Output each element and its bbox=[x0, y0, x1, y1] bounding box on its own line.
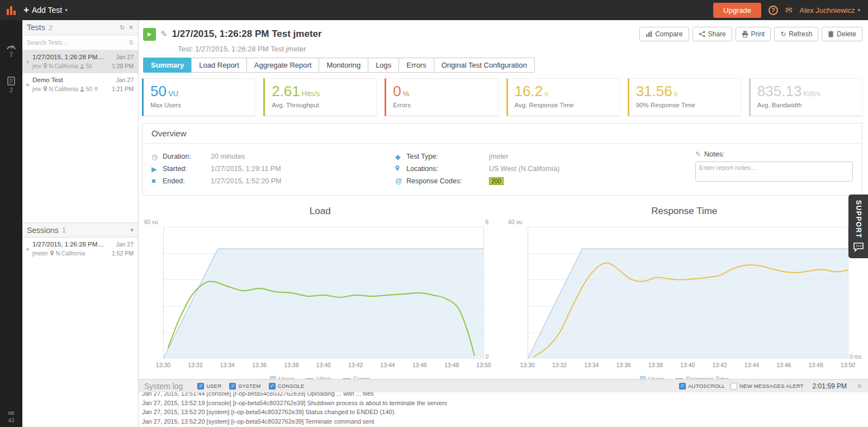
x-tick-label: 13:48 bbox=[809, 362, 823, 368]
kpi-unit: s bbox=[674, 89, 678, 98]
chart-title: Response Time bbox=[506, 199, 863, 217]
session-location: N.California bbox=[56, 250, 85, 257]
session-list-item[interactable]: 1/27/2015, 1:26:28 PM Te... Jan 27 jmete… bbox=[22, 238, 138, 260]
new-messages-alert-checkbox[interactable]: NEW MESSAGES ALERT bbox=[731, 383, 803, 390]
clock-icon: ◷ bbox=[151, 150, 163, 163]
kpi-value: 50 bbox=[150, 83, 167, 99]
tests-search-row: ⇅ bbox=[22, 35, 138, 50]
system-log-title: System log bbox=[144, 382, 183, 391]
sessions-panel-header: Sessions 1 ▾ bbox=[22, 222, 138, 238]
kpi-label: Max Users bbox=[150, 102, 248, 108]
kpi-value: 835.13 bbox=[757, 83, 802, 99]
tab-errors[interactable]: Errors bbox=[399, 58, 434, 73]
test-date: Jan 27 bbox=[116, 54, 134, 60]
search-input[interactable] bbox=[27, 39, 129, 46]
page-title: 1/27/2015, 1:26:28 PM Test jmeter bbox=[172, 29, 322, 40]
filter-user-checkbox[interactable]: USER bbox=[197, 383, 221, 390]
session-time: 1:52 PM bbox=[112, 250, 134, 257]
x-tick-label: 13:36 bbox=[616, 362, 630, 368]
load-chart: Load 60 vu 6 0 13:3013:3213:3413:3613:38… bbox=[142, 199, 499, 385]
user-menu[interactable]: Alex Juchniewicz ▾ bbox=[799, 6, 860, 15]
checkbox-box bbox=[269, 383, 276, 390]
kpi-value: 16.2 bbox=[515, 83, 543, 99]
compare-button[interactable]: Compare bbox=[639, 27, 689, 41]
session-date: Jan 27 bbox=[116, 241, 134, 248]
upgrade-button[interactable]: Upgrade bbox=[713, 3, 761, 18]
kpi-90-response-time: 31.56s 90% Response Time bbox=[628, 78, 741, 116]
test-list-item[interactable]: Demo Test Jan 27 jmx N.California 50 ⚙ 1… bbox=[22, 73, 138, 96]
edit-icon[interactable]: ✎ bbox=[160, 29, 168, 39]
add-test-button[interactable]: + Add Test ▾ bbox=[23, 4, 68, 16]
tests-count-badge: 2 bbox=[10, 51, 13, 58]
x-tick-label: 13:32 bbox=[188, 362, 202, 368]
test-location: N.California bbox=[49, 63, 78, 69]
share-label: Share bbox=[708, 30, 726, 38]
test-type-value: jmeter bbox=[489, 150, 694, 163]
x-tick-label: 13:36 bbox=[252, 362, 267, 368]
filter-console-checkbox[interactable]: CONSOLE bbox=[269, 383, 305, 390]
tab-monitoring[interactable]: Monitoring bbox=[319, 58, 368, 73]
print-label: Print bbox=[751, 30, 765, 38]
support-tab[interactable]: SUPPORT bbox=[848, 194, 868, 258]
help-icon[interactable]: ? bbox=[769, 6, 778, 15]
x-tick-label: 13:48 bbox=[444, 362, 459, 368]
kpi-label: 90% Response Time bbox=[636, 102, 734, 108]
chart-plot bbox=[528, 227, 848, 359]
kpi-unit: Hits/s bbox=[302, 89, 320, 98]
response-time-chart: Response Time 60 vu 30000 ms 0 ms 13:301… bbox=[506, 199, 863, 385]
kpi-label: Errors bbox=[393, 102, 491, 108]
test-time: 1:21 PM bbox=[112, 86, 134, 92]
x-tick-label: 13:44 bbox=[744, 362, 759, 368]
filter-system-checkbox[interactable]: SYSTEM bbox=[229, 383, 260, 390]
x-axis-ticks: 13:3013:3213:3413:3613:3813:4013:4213:44… bbox=[163, 362, 484, 369]
delete-button[interactable]: Delete bbox=[822, 27, 862, 41]
share-button[interactable]: Share bbox=[692, 27, 732, 41]
topbar: + Add Test ▾ Upgrade ? ✉ Alex Juchniewic… bbox=[0, 0, 868, 20]
kpi-label: Avg. Response Time bbox=[515, 102, 613, 108]
kpi-max-users: 50VU Max Users bbox=[142, 78, 255, 116]
ended-value: 1/27/2015, 1:52:20 PM bbox=[211, 175, 395, 187]
response-codes-label: Response Codes: bbox=[406, 175, 489, 187]
charts-row: Load 60 vu 6 0 13:3013:3213:3413:3613:38… bbox=[142, 199, 862, 385]
print-button[interactable]: Print bbox=[736, 27, 771, 41]
kpi-avg-response-time: 16.2s Avg. Response Time bbox=[506, 78, 620, 116]
mail-icon[interactable]: ✉ bbox=[785, 5, 793, 15]
kpi-value: 31.56 bbox=[636, 83, 672, 99]
x-tick-label: 13:38 bbox=[648, 362, 663, 368]
close-icon[interactable]: ✕ bbox=[857, 382, 862, 390]
tab-logs[interactable]: Logs bbox=[368, 58, 399, 73]
response-code-badge: 200 bbox=[489, 177, 504, 185]
app-window: + Add Test ▾ Upgrade ? ✉ Alex Juchniewic… bbox=[0, 0, 868, 427]
chevron-down-icon[interactable]: ▾ bbox=[130, 226, 134, 234]
test-list-item[interactable]: 1/27/2015, 1:26:28 PM Te... Jan 27 jmx N… bbox=[22, 50, 138, 73]
app-logo[interactable] bbox=[0, 4, 23, 16]
tab-load-report[interactable]: Load Report bbox=[191, 58, 247, 73]
play-button[interactable]: ▶ bbox=[143, 28, 156, 41]
duration-label: Duration: bbox=[163, 150, 211, 163]
x-tick-label: 13:34 bbox=[584, 362, 599, 368]
checkbox-box bbox=[679, 383, 686, 390]
test-type: jmx bbox=[32, 63, 41, 69]
refresh-button[interactable]: ↻ Refresh bbox=[774, 27, 818, 41]
strip-engines-item[interactable]: ∞ 43 bbox=[0, 409, 22, 424]
tests-panel-title: Tests bbox=[27, 23, 45, 32]
trash-icon bbox=[828, 31, 834, 37]
gear-icon: ⚙ bbox=[94, 86, 98, 92]
tab-original-test-configuration[interactable]: Original Test Configuration bbox=[434, 58, 535, 73]
strip-tests-item[interactable]: 2 bbox=[6, 42, 16, 58]
tab-aggregate-report[interactable]: Aggregate Report bbox=[246, 58, 320, 73]
plus-icon: + bbox=[23, 4, 29, 16]
strip-reports-item[interactable]: 2 bbox=[7, 77, 15, 93]
x-tick-label: 13:46 bbox=[776, 362, 791, 368]
autoscroll-checkbox[interactable]: AUTOSCROLL bbox=[679, 383, 725, 390]
start-icon: ▶ bbox=[151, 163, 163, 175]
tab-summary[interactable]: Summary bbox=[143, 58, 192, 73]
x-tick-label: 13:34 bbox=[220, 362, 235, 368]
logo-icon bbox=[6, 4, 17, 16]
sort-icon[interactable]: ⇅ bbox=[129, 39, 134, 46]
refresh-icon[interactable]: ↻ bbox=[120, 24, 125, 31]
play-icon: ▶ bbox=[148, 31, 151, 37]
system-log-lines[interactable]: Jan 27, 2015, 13:51:44 [console] [r-op-b… bbox=[139, 392, 868, 427]
notes-input[interactable] bbox=[695, 162, 853, 182]
close-icon[interactable]: ✕ bbox=[129, 24, 134, 31]
